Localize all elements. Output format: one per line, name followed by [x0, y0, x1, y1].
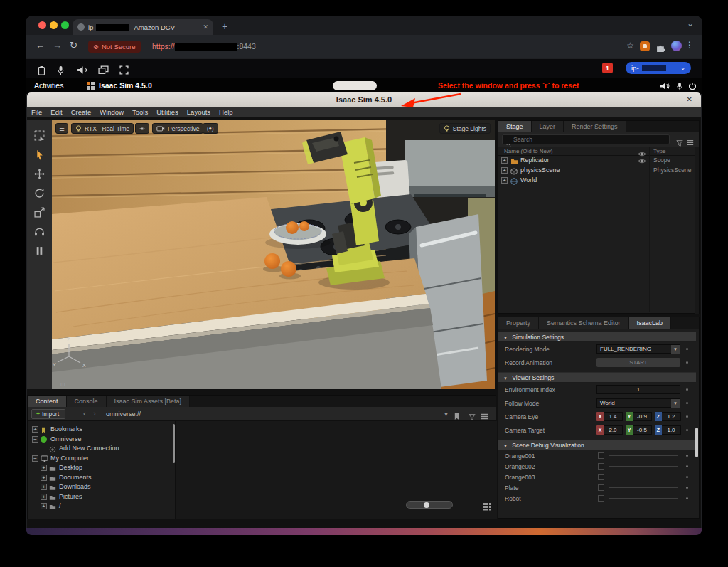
profile-avatar[interactable]: [671, 41, 682, 51]
grid-view-icon[interactable]: [483, 499, 491, 512]
select-mode-icon[interactable]: [34, 129, 45, 140]
camera-eye-x-field[interactable]: 1.4: [604, 412, 623, 421]
expand-icon[interactable]: +: [41, 503, 47, 509]
microphone-icon[interactable]: [57, 63, 65, 76]
mic-status-icon[interactable]: [676, 81, 683, 91]
lighting-mode-icon[interactable]: (●): [203, 123, 218, 134]
reload-button[interactable]: ↻: [70, 40, 77, 51]
start-button[interactable]: START: [596, 358, 680, 367]
rotate-tool-icon[interactable]: [34, 186, 45, 198]
tab-semantics-schema-editor[interactable]: Semantics Schema Editor: [539, 317, 629, 329]
camera-eye-z-field[interactable]: 1.2: [662, 412, 681, 421]
traffic-zoom-button[interactable]: [61, 21, 69, 29]
column-name[interactable]: Name (Old to New): [504, 148, 552, 154]
scale-tool-icon[interactable]: [34, 206, 45, 217]
tree-item-add-connection[interactable]: Add New Connection ...: [28, 444, 175, 454]
expand-icon[interactable]: +: [501, 177, 508, 184]
expand-icon[interactable]: +: [41, 494, 47, 500]
clock-pill[interactable]: [333, 81, 377, 90]
stage-row-replicator[interactable]: + Replicator Scope: [498, 156, 699, 166]
tree-item-bookmarks[interactable]: + Bookmarks: [28, 425, 175, 435]
volume-icon[interactable]: [660, 81, 670, 90]
cursor-tool-icon[interactable]: [36, 148, 43, 159]
rendering-mode-dropdown[interactable]: FULL_RENDERING ▼: [596, 344, 680, 354]
nav-back-icon[interactable]: ‹: [83, 409, 86, 418]
plate-checkbox[interactable]: [598, 484, 604, 491]
focused-app-title[interactable]: Isaac Sim 4.5.0: [99, 81, 152, 90]
robot-checkbox[interactable]: [598, 495, 604, 502]
path-dropdown-icon[interactable]: ▼: [444, 412, 449, 417]
section-scene-debug-visualization[interactable]: ▼ Scene Debug Visualization: [498, 440, 696, 450]
import-button[interactable]: +Import: [31, 409, 65, 419]
section-simulation-settings[interactable]: ▼ Simulation Settings: [498, 332, 696, 342]
window-titlebar[interactable]: Isaac Sim 4.5.0 ✕: [27, 92, 701, 107]
tree-item-documents[interactable]: + Documents: [28, 473, 175, 483]
audio-output-icon[interactable]: [77, 63, 87, 76]
fullscreen-icon[interactable]: [119, 63, 129, 76]
tab-list-chevron-icon[interactable]: ⌄: [687, 18, 694, 28]
eye-icon[interactable]: [638, 157, 646, 164]
tree-item-downloads[interactable]: + Downloads: [28, 482, 175, 492]
camera-eye-y-field[interactable]: -0.9: [633, 412, 652, 421]
stage-lights-button[interactable]: Stage Lights: [439, 123, 491, 134]
tab-close-icon[interactable]: ✕: [203, 23, 208, 31]
clipboard-icon[interactable]: [37, 63, 46, 76]
browser-menu-icon[interactable]: ⋮: [685, 40, 694, 50]
viewport-3d[interactable]: Z X Y m ☰ RTX - Real-Time: [52, 120, 495, 389]
expand-icon[interactable]: +: [32, 426, 38, 433]
camera-target-x-field[interactable]: 2.0: [604, 425, 623, 435]
address-bar[interactable]: https://:8443: [152, 42, 256, 51]
menu-file[interactable]: File: [27, 108, 46, 116]
expand-icon[interactable]: +: [41, 475, 47, 481]
viewport-menu-icon[interactable]: ☰: [55, 123, 68, 134]
orange003-checkbox[interactable]: [598, 474, 604, 480]
tab-property[interactable]: Property: [498, 317, 539, 329]
stage-row-world[interactable]: + World: [498, 176, 699, 186]
pause-icon[interactable]: [36, 244, 43, 255]
window-close-icon[interactable]: ✕: [687, 92, 692, 107]
tab-console[interactable]: Console: [67, 396, 107, 407]
tree-item-root-drive[interactable]: + /: [28, 502, 175, 512]
thumbnail-size-slider[interactable]: [406, 501, 453, 509]
menu-edit[interactable]: Edit: [46, 108, 66, 116]
expand-icon[interactable]: +: [501, 157, 508, 164]
tree-item-desktop[interactable]: + Desktop: [28, 463, 175, 473]
menu-utilities[interactable]: Utilities: [152, 108, 183, 116]
traffic-close-button[interactable]: [38, 21, 46, 29]
expand-icon[interactable]: +: [41, 465, 47, 471]
tab-isaaclab[interactable]: IsaacLab: [629, 317, 672, 329]
dcv-extension-icon[interactable]: [640, 41, 650, 51]
orange002-checkbox[interactable]: [598, 463, 604, 470]
snap-tool-icon[interactable]: [34, 225, 45, 236]
menu-window[interactable]: Window: [95, 108, 128, 116]
back-button[interactable]: ←: [36, 40, 45, 51]
visibility-eye-icon[interactable]: [135, 123, 149, 134]
multi-window-icon[interactable]: [98, 63, 109, 76]
tree-item-pictures[interactable]: + Pictures: [28, 492, 175, 502]
tab-isaac-sim-assets[interactable]: Isaac Sim Assets [Beta]: [107, 396, 191, 407]
menu-help[interactable]: Help: [215, 108, 237, 116]
orange001-checkbox[interactable]: [598, 452, 604, 459]
camera-target-y-field[interactable]: -0.5: [633, 425, 652, 435]
new-tab-button[interactable]: +: [222, 20, 228, 33]
expand-icon[interactable]: +: [501, 167, 508, 174]
tree-item-omniverse[interactable]: − Omniverse: [28, 435, 175, 445]
section-viewer-settings[interactable]: ▼ Viewer Settings: [498, 372, 696, 383]
slider-knob[interactable]: [424, 502, 429, 508]
property-scrollbar-thumb[interactable]: [695, 428, 698, 457]
renderer-dropdown[interactable]: RTX - Real-Time: [71, 123, 134, 134]
collapse-icon[interactable]: −: [32, 436, 38, 443]
collapse-icon[interactable]: −: [32, 455, 38, 462]
stage-scrollbar[interactable]: [695, 147, 699, 314]
stage-search-input[interactable]: [502, 134, 670, 144]
tree-scrollbar-thumb[interactable]: [173, 424, 175, 463]
menu-layouts[interactable]: Layouts: [183, 108, 215, 116]
menu-tools[interactable]: Tools: [128, 108, 152, 116]
activities-button[interactable]: Activities: [34, 81, 63, 90]
forward-button[interactable]: →: [53, 40, 62, 51]
not-secure-badge[interactable]: ⊘ Not Secure: [88, 41, 141, 53]
traffic-minimize-button[interactable]: [50, 21, 58, 29]
move-tool-icon[interactable]: [34, 167, 45, 179]
column-type[interactable]: Type: [653, 148, 665, 154]
follow-mode-dropdown[interactable]: World ▼: [596, 398, 680, 408]
